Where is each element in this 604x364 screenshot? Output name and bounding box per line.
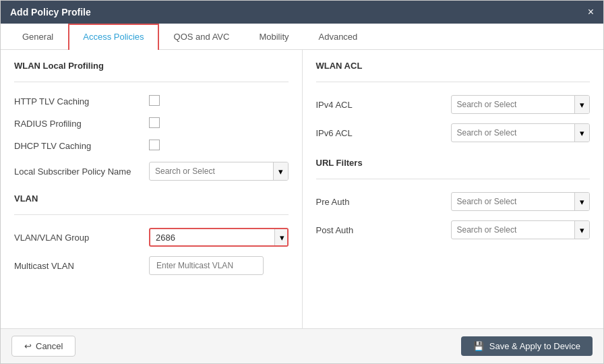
pre-auth-select[interactable]: ▾ bbox=[451, 192, 591, 211]
url-divider bbox=[316, 179, 591, 179]
pre-auth-input[interactable] bbox=[452, 193, 575, 210]
pre-auth-arrow[interactable]: ▾ bbox=[574, 193, 589, 210]
ipv4-acl-row: IPv4 ACL ▾ bbox=[316, 90, 591, 119]
post-auth-arrow[interactable]: ▾ bbox=[574, 221, 589, 239]
http-tlv-label: HTTP TLV Caching bbox=[14, 96, 149, 107]
ipv6-acl-select[interactable]: ▾ bbox=[451, 123, 591, 142]
right-panel: WLAN ACL IPv4 ACL ▾ IPv6 ACL ▾ bbox=[303, 50, 604, 328]
tab-general[interactable]: General bbox=[7, 24, 68, 50]
ipv6-acl-row: IPv6 ACL ▾ bbox=[316, 119, 591, 147]
cancel-icon: ↩ bbox=[24, 341, 32, 351]
modal-title: Add Policy Profile bbox=[10, 7, 91, 18]
tab-mobility[interactable]: Mobility bbox=[244, 24, 303, 50]
url-filters-title: URL Filters bbox=[316, 158, 591, 171]
vlan-section: VLAN VLAN/VLAN Group ▾ Multicast VLAN bbox=[14, 193, 289, 280]
ipv4-acl-control: ▾ bbox=[451, 95, 591, 114]
divider-top bbox=[14, 82, 289, 82]
ipv6-acl-label: IPv6 ACL bbox=[316, 128, 451, 138]
tab-qos-avc[interactable]: QOS and AVC bbox=[159, 24, 245, 50]
ipv4-acl-select[interactable]: ▾ bbox=[451, 95, 591, 114]
post-auth-input[interactable] bbox=[452, 221, 575, 239]
local-subscriber-control: ▾ bbox=[149, 162, 289, 181]
local-subscriber-label: Local Subscriber Policy Name bbox=[14, 166, 149, 177]
pre-auth-label: Pre Auth bbox=[316, 197, 451, 207]
ipv6-acl-control: ▾ bbox=[451, 123, 591, 142]
save-icon: 💾 bbox=[473, 341, 484, 351]
local-subscriber-arrow[interactable]: ▾ bbox=[273, 162, 288, 180]
radius-row: RADIUS Profiling bbox=[14, 113, 289, 135]
pre-auth-row: Pre Auth ▾ bbox=[316, 187, 591, 216]
modal-body: WLAN Local Profiling HTTP TLV Caching RA… bbox=[1, 50, 603, 328]
modal-header: Add Policy Profile × bbox=[1, 1, 603, 24]
post-auth-row: Post Auth ▾ bbox=[316, 216, 591, 244]
vlan-group-input[interactable] bbox=[150, 229, 274, 245]
dhcp-tlv-checkbox[interactable] bbox=[149, 140, 160, 150]
wlan-local-profiling-title: WLAN Local Profiling bbox=[14, 61, 289, 73]
post-auth-control: ▾ bbox=[451, 220, 591, 239]
http-tlv-control bbox=[149, 95, 289, 108]
vlan-group-label: VLAN/VLAN Group bbox=[14, 233, 149, 243]
vlan-divider bbox=[14, 214, 289, 215]
close-button[interactable]: × bbox=[588, 6, 594, 18]
ipv6-acl-input[interactable] bbox=[452, 124, 575, 142]
acl-divider bbox=[316, 82, 591, 82]
vlan-section-title: VLAN bbox=[14, 193, 289, 206]
ipv4-acl-input[interactable] bbox=[452, 96, 575, 113]
left-panel: WLAN Local Profiling HTTP TLV Caching RA… bbox=[1, 50, 303, 328]
add-policy-profile-modal: Add Policy Profile × General Access Poli… bbox=[0, 0, 604, 364]
post-auth-select[interactable]: ▾ bbox=[451, 220, 591, 239]
vlan-group-arrow[interactable]: ▾ bbox=[274, 229, 289, 245]
tab-advanced[interactable]: Advanced bbox=[304, 24, 373, 50]
wlan-acl-title: WLAN ACL bbox=[316, 61, 591, 73]
dhcp-tlv-row: DHCP TLV Caching bbox=[14, 135, 289, 157]
save-button[interactable]: 💾 Save & Apply to Device bbox=[461, 336, 593, 356]
local-subscriber-input[interactable] bbox=[150, 162, 273, 180]
pre-auth-control: ▾ bbox=[451, 192, 591, 211]
post-auth-label: Post Auth bbox=[316, 225, 451, 235]
dhcp-tlv-label: DHCP TLV Caching bbox=[14, 141, 149, 151]
radius-control bbox=[149, 117, 289, 130]
http-tlv-checkbox[interactable] bbox=[149, 95, 160, 106]
modal-footer: ↩ Cancel 💾 Save & Apply to Device bbox=[1, 328, 603, 363]
radius-checkbox[interactable] bbox=[149, 117, 160, 128]
vlan-group-row: VLAN/VLAN Group ▾ bbox=[14, 223, 289, 251]
cancel-button[interactable]: ↩ Cancel bbox=[11, 336, 76, 357]
tabs-bar: General Access Policies QOS and AVC Mobi… bbox=[1, 24, 603, 50]
dhcp-tlv-control bbox=[149, 140, 289, 152]
multicast-vlan-input[interactable] bbox=[149, 256, 264, 275]
vlan-group-select[interactable]: ▾ bbox=[149, 228, 289, 247]
tab-access-policies[interactable]: Access Policies bbox=[68, 24, 158, 50]
http-tlv-row: HTTP TLV Caching bbox=[14, 90, 289, 113]
multicast-vlan-row: Multicast VLAN bbox=[14, 251, 289, 280]
radius-label: RADIUS Profiling bbox=[14, 119, 149, 129]
ipv6-acl-arrow[interactable]: ▾ bbox=[574, 124, 589, 142]
local-subscriber-row: Local Subscriber Policy Name ▾ bbox=[14, 157, 289, 185]
save-label: Save & Apply to Device bbox=[489, 341, 580, 351]
url-filters-section: URL Filters Pre Auth ▾ Post Auth bbox=[316, 158, 591, 244]
ipv4-acl-label: IPv4 ACL bbox=[316, 100, 451, 110]
ipv4-acl-arrow[interactable]: ▾ bbox=[574, 96, 589, 113]
cancel-label: Cancel bbox=[36, 341, 63, 351]
local-subscriber-select[interactable]: ▾ bbox=[149, 162, 289, 181]
multicast-vlan-label: Multicast VLAN bbox=[14, 261, 149, 271]
